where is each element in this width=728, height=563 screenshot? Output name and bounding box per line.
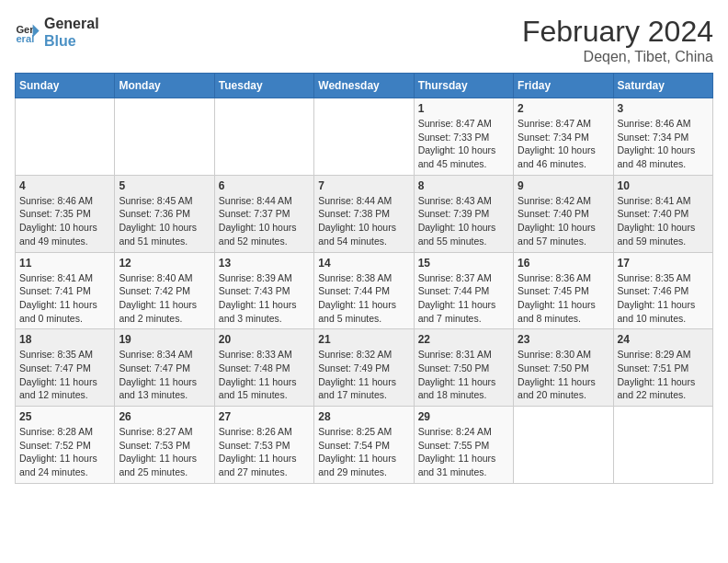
day-number: 19: [119, 333, 210, 346]
day-number: 28: [318, 410, 409, 423]
day-number: 25: [19, 410, 110, 423]
calendar-cell: 24Sunrise: 8:29 AMSunset: 7:51 PMDayligh…: [613, 329, 712, 407]
day-number: 23: [518, 333, 609, 346]
day-number: 14: [318, 257, 409, 270]
day-number: 24: [618, 333, 709, 346]
calendar-cell: 1Sunrise: 8:47 AMSunset: 7:33 PMDaylight…: [414, 98, 513, 176]
day-info: Sunrise: 8:39 AMSunset: 7:43 PMDaylight:…: [219, 271, 310, 326]
calendar-title: February 2024: [522, 15, 713, 49]
calendar-cell: 22Sunrise: 8:31 AMSunset: 7:50 PMDayligh…: [414, 329, 513, 407]
calendar-cell: 16Sunrise: 8:36 AMSunset: 7:45 PMDayligh…: [514, 252, 613, 329]
day-number: 5: [119, 179, 210, 192]
day-number: 17: [618, 257, 709, 270]
day-info: Sunrise: 8:33 AMSunset: 7:48 PMDaylight:…: [219, 348, 310, 402]
calendar-cell: [314, 98, 414, 176]
day-info: Sunrise: 8:37 AMSunset: 7:44 PMDaylight:…: [418, 271, 509, 326]
day-number: 21: [318, 333, 409, 346]
logo-icon: Gen eral: [15, 19, 40, 45]
day-number: 2: [518, 102, 609, 115]
day-info: Sunrise: 8:44 AMSunset: 7:38 PMDaylight:…: [318, 194, 409, 248]
calendar-cell: 27Sunrise: 8:26 AMSunset: 7:53 PMDayligh…: [214, 407, 313, 484]
day-number: 3: [618, 102, 709, 115]
calendar-cell: 23Sunrise: 8:30 AMSunset: 7:50 PMDayligh…: [514, 329, 613, 407]
day-info: Sunrise: 8:24 AMSunset: 7:55 PMDaylight:…: [418, 425, 509, 479]
day-info: Sunrise: 8:40 AMSunset: 7:42 PMDaylight:…: [119, 271, 210, 326]
day-number: 7: [318, 179, 409, 192]
calendar-cell: 13Sunrise: 8:39 AMSunset: 7:43 PMDayligh…: [214, 252, 313, 329]
day-info: Sunrise: 8:30 AMSunset: 7:50 PMDaylight:…: [518, 348, 609, 402]
calendar-cell: 17Sunrise: 8:35 AMSunset: 7:46 PMDayligh…: [613, 252, 712, 329]
calendar-cell: 6Sunrise: 8:44 AMSunset: 7:37 PMDaylight…: [214, 175, 313, 252]
calendar-cell: 12Sunrise: 8:40 AMSunset: 7:42 PMDayligh…: [115, 252, 214, 329]
weekday-header-saturday: Saturday: [613, 74, 712, 98]
day-info: Sunrise: 8:41 AMSunset: 7:41 PMDaylight:…: [19, 271, 110, 326]
logo: Gen eral General Blue: [15, 15, 99, 50]
calendar-cell: 21Sunrise: 8:32 AMSunset: 7:49 PMDayligh…: [314, 329, 414, 407]
day-info: Sunrise: 8:46 AMSunset: 7:34 PMDaylight:…: [618, 117, 709, 171]
day-info: Sunrise: 8:35 AMSunset: 7:46 PMDaylight:…: [618, 271, 709, 326]
day-info: Sunrise: 8:26 AMSunset: 7:53 PMDaylight:…: [219, 425, 310, 479]
day-info: Sunrise: 8:27 AMSunset: 7:53 PMDaylight:…: [119, 425, 210, 479]
day-number: 8: [418, 179, 509, 192]
day-number: 15: [418, 257, 509, 270]
calendar-cell: 10Sunrise: 8:41 AMSunset: 7:40 PMDayligh…: [613, 175, 712, 252]
calendar-cell: 4Sunrise: 8:46 AMSunset: 7:35 PMDaylight…: [16, 175, 115, 252]
calendar-header: SundayMondayTuesdayWednesdayThursdayFrid…: [16, 74, 713, 98]
page-header: Gen eral General Blue February 2024 Deqe…: [15, 15, 713, 65]
calendar-cell: 7Sunrise: 8:44 AMSunset: 7:38 PMDaylight…: [314, 175, 414, 252]
day-info: Sunrise: 8:25 AMSunset: 7:54 PMDaylight:…: [318, 425, 409, 479]
day-number: 6: [219, 179, 310, 192]
day-info: Sunrise: 8:45 AMSunset: 7:36 PMDaylight:…: [119, 194, 210, 248]
day-info: Sunrise: 8:44 AMSunset: 7:37 PMDaylight:…: [219, 194, 310, 248]
calendar-cell: 11Sunrise: 8:41 AMSunset: 7:41 PMDayligh…: [16, 252, 115, 329]
day-number: 29: [418, 410, 509, 423]
calendar-week-3: 11Sunrise: 8:41 AMSunset: 7:41 PMDayligh…: [16, 252, 713, 329]
day-number: 1: [418, 102, 509, 115]
weekday-header-sunday: Sunday: [16, 74, 115, 98]
day-info: Sunrise: 8:32 AMSunset: 7:49 PMDaylight:…: [318, 348, 409, 402]
day-info: Sunrise: 8:36 AMSunset: 7:45 PMDaylight:…: [518, 271, 609, 326]
day-number: 4: [19, 179, 110, 192]
day-info: Sunrise: 8:31 AMSunset: 7:50 PMDaylight:…: [418, 348, 509, 402]
calendar-cell: 3Sunrise: 8:46 AMSunset: 7:34 PMDaylight…: [613, 98, 712, 176]
calendar-cell: [16, 98, 115, 176]
day-number: 22: [418, 333, 509, 346]
calendar-cell: [214, 98, 313, 176]
title-block: February 2024 Deqen, Tibet, China: [522, 15, 713, 65]
day-number: 27: [219, 410, 310, 423]
calendar-cell: 25Sunrise: 8:28 AMSunset: 7:52 PMDayligh…: [16, 407, 115, 484]
calendar-cell: 29Sunrise: 8:24 AMSunset: 7:55 PMDayligh…: [414, 407, 513, 484]
day-info: Sunrise: 8:47 AMSunset: 7:34 PMDaylight:…: [518, 117, 609, 171]
day-info: Sunrise: 8:42 AMSunset: 7:40 PMDaylight:…: [518, 194, 609, 248]
day-info: Sunrise: 8:46 AMSunset: 7:35 PMDaylight:…: [19, 194, 110, 248]
calendar-cell: 15Sunrise: 8:37 AMSunset: 7:44 PMDayligh…: [414, 252, 513, 329]
weekday-header-friday: Friday: [514, 74, 613, 98]
calendar-week-1: 1Sunrise: 8:47 AMSunset: 7:33 PMDaylight…: [16, 98, 713, 176]
calendar-cell: 5Sunrise: 8:45 AMSunset: 7:36 PMDaylight…: [115, 175, 214, 252]
calendar-cell: 20Sunrise: 8:33 AMSunset: 7:48 PMDayligh…: [214, 329, 313, 407]
day-info: Sunrise: 8:43 AMSunset: 7:39 PMDaylight:…: [418, 194, 509, 248]
calendar-cell: 19Sunrise: 8:34 AMSunset: 7:47 PMDayligh…: [115, 329, 214, 407]
day-number: 13: [219, 257, 310, 270]
logo-text-blue: Blue: [44, 32, 99, 50]
day-number: 9: [518, 179, 609, 192]
calendar-week-2: 4Sunrise: 8:46 AMSunset: 7:35 PMDaylight…: [16, 175, 713, 252]
weekday-header-monday: Monday: [115, 74, 214, 98]
weekday-row: SundayMondayTuesdayWednesdayThursdayFrid…: [16, 74, 713, 98]
day-number: 12: [119, 257, 210, 270]
day-info: Sunrise: 8:38 AMSunset: 7:44 PMDaylight:…: [318, 271, 409, 326]
weekday-header-thursday: Thursday: [414, 74, 513, 98]
logo-text-general: General: [44, 15, 99, 32]
calendar-body: 1Sunrise: 8:47 AMSunset: 7:33 PMDaylight…: [16, 98, 713, 484]
day-info: Sunrise: 8:41 AMSunset: 7:40 PMDaylight:…: [618, 194, 709, 248]
calendar-table: SundayMondayTuesdayWednesdayThursdayFrid…: [15, 73, 713, 484]
calendar-cell: [514, 407, 613, 484]
calendar-cell: 8Sunrise: 8:43 AMSunset: 7:39 PMDaylight…: [414, 175, 513, 252]
day-info: Sunrise: 8:34 AMSunset: 7:47 PMDaylight:…: [119, 348, 210, 402]
day-info: Sunrise: 8:47 AMSunset: 7:33 PMDaylight:…: [418, 117, 509, 171]
calendar-cell: [613, 407, 712, 484]
weekday-header-tuesday: Tuesday: [214, 74, 313, 98]
calendar-cell: 9Sunrise: 8:42 AMSunset: 7:40 PMDaylight…: [514, 175, 613, 252]
calendar-week-5: 25Sunrise: 8:28 AMSunset: 7:52 PMDayligh…: [16, 407, 713, 484]
calendar-cell: 28Sunrise: 8:25 AMSunset: 7:54 PMDayligh…: [314, 407, 414, 484]
